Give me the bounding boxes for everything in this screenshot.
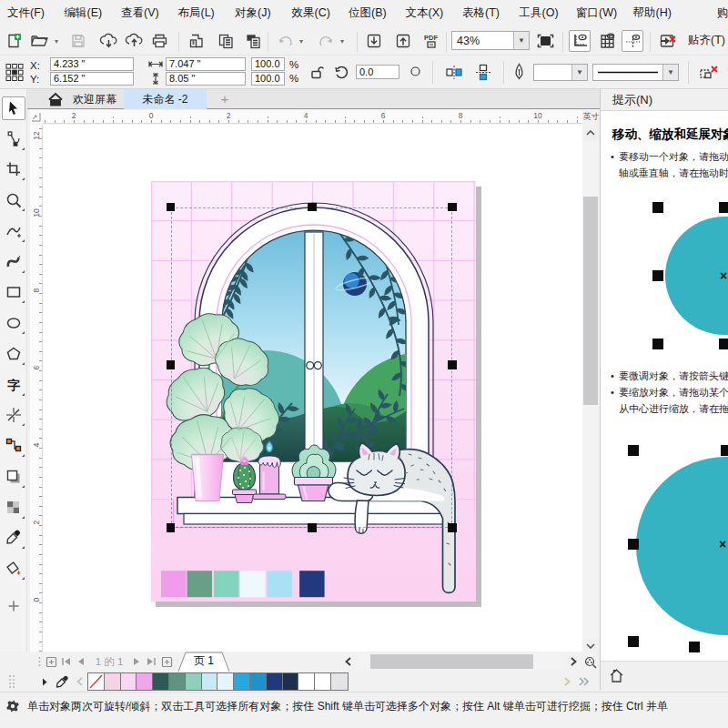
palette-color[interactable] — [298, 673, 315, 690]
dimension-tool[interactable] — [2, 403, 25, 427]
page-tab[interactable]: 页 1 — [178, 652, 229, 672]
outline-width-dropdown-icon[interactable]: ▼ — [571, 65, 587, 80]
document-palette-swatches[interactable] — [87, 672, 349, 691]
save-icon[interactable] — [69, 32, 87, 50]
zoom-dropdown-icon[interactable]: ▼ — [513, 32, 529, 49]
palette-no-color[interactable] — [88, 673, 105, 690]
home-outline-icon[interactable] — [608, 667, 624, 683]
new-document-tab-button[interactable]: + — [215, 89, 235, 109]
palette-color[interactable] — [105, 673, 121, 690]
interactive-fill-tool[interactable] — [2, 557, 25, 581]
menu-w[interactable]: 窗口(W) — [576, 0, 617, 25]
previous-page-icon[interactable] — [76, 656, 86, 667]
selection-handle[interactable] — [308, 203, 317, 212]
cut-icon[interactable] — [187, 32, 206, 50]
selection-handle[interactable] — [448, 203, 457, 212]
color-eyedropper-tool[interactable] — [2, 526, 25, 550]
freehand-tool[interactable] — [2, 219, 25, 243]
print-icon[interactable] — [150, 32, 169, 50]
horizontal-ruler[interactable]: 20246810 — [43, 110, 582, 124]
x-position-field[interactable]: 4.233 " — [50, 57, 134, 71]
menu-e[interactable]: 编辑(E) — [65, 0, 103, 25]
menu-l[interactable]: 布局(L) — [178, 0, 215, 25]
zoom-tool[interactable] — [2, 188, 25, 212]
drawing-canvas[interactable] — [43, 125, 582, 652]
open-icon[interactable] — [29, 32, 49, 50]
shape-tool[interactable] — [2, 127, 25, 151]
palette-color[interactable] — [202, 673, 218, 690]
width-field[interactable]: 7.047 " — [166, 57, 246, 71]
palette-color[interactable] — [234, 673, 250, 690]
palette-color[interactable] — [121, 673, 137, 690]
menu-store[interactable]: 购 — [717, 0, 728, 25]
first-page-icon[interactable] — [60, 656, 72, 667]
tab-untitled-2[interactable]: 未命名 -2 — [124, 89, 207, 109]
ellipse-tool[interactable] — [2, 311, 25, 335]
add-page-start-icon[interactable] — [45, 655, 57, 668]
add-page-end-icon[interactable] — [160, 655, 173, 668]
palette-eyedropper-icon[interactable] — [55, 674, 69, 689]
selection-handle[interactable] — [167, 523, 176, 532]
open-from-cloud-icon[interactable] — [98, 32, 119, 50]
line-style-combo[interactable]: ▼ — [592, 64, 679, 81]
menu-c[interactable]: 效果(C) — [292, 0, 330, 25]
connector-tool[interactable] — [2, 434, 25, 458]
open-dropdown-icon[interactable]: ▾ — [52, 36, 61, 46]
menu-b[interactable]: 位图(B) — [349, 0, 387, 25]
polygon-tool[interactable] — [2, 342, 25, 366]
artistic-media-tool[interactable] — [2, 250, 25, 274]
docker-title[interactable]: 提示(N) — [601, 89, 728, 111]
text-tool[interactable]: 字 — [2, 373, 25, 397]
scroll-up-icon[interactable] — [582, 125, 599, 141]
publish-pdf-icon[interactable]: PDF — [422, 32, 444, 50]
redo-dropdown-icon[interactable]: ▾ — [338, 36, 347, 46]
palette-color[interactable] — [267, 673, 283, 690]
page-scroll-right-icon[interactable] — [566, 654, 581, 669]
palette-color[interactable] — [250, 673, 267, 690]
menu-j[interactable]: 对象(J) — [235, 0, 271, 25]
selection-handle[interactable] — [448, 360, 457, 369]
palette-scroll-right-icon[interactable] — [562, 676, 571, 687]
transparency-tool[interactable] — [2, 496, 25, 520]
show-grid-icon[interactable] — [598, 32, 617, 50]
selection-handle[interactable] — [448, 523, 457, 532]
vertical-scrollbar[interactable] — [582, 125, 599, 654]
save-to-cloud-icon[interactable] — [124, 32, 145, 50]
palette-scroll-left-icon[interactable] — [75, 676, 84, 687]
palette-color[interactable] — [217, 673, 234, 690]
zoom-level-combo[interactable]: 43%▼ — [451, 31, 530, 50]
y-position-field[interactable]: 6.152 " — [50, 72, 134, 86]
palette-color[interactable] — [315, 673, 331, 690]
menu-t[interactable]: 表格(T) — [462, 0, 500, 25]
vertical-ruler[interactable]: 121086420 — [30, 125, 43, 652]
menu-v[interactable]: 查看(V) — [121, 0, 159, 25]
outline-width-combo[interactable]: ▼ — [533, 64, 588, 81]
snap-off-icon[interactable] — [658, 32, 678, 50]
palette-color[interactable] — [153, 673, 169, 690]
mirror-vertical-icon[interactable] — [474, 64, 492, 81]
settings-gear-icon[interactable] — [5, 698, 20, 713]
export-icon[interactable] — [394, 32, 412, 50]
add-tools[interactable] — [2, 594, 25, 618]
show-rulers-icon[interactable] — [569, 30, 591, 52]
vertical-scroll-thumb[interactable] — [583, 197, 598, 405]
ruler-origin[interactable] — [30, 110, 43, 124]
tab-welcome-screen[interactable]: 欢迎屏幕 — [66, 89, 124, 109]
document-navigator-icon[interactable] — [583, 655, 598, 669]
menu-h[interactable]: 帮助(H) — [633, 0, 672, 25]
undo-dropdown-icon[interactable]: ▾ — [297, 36, 306, 46]
line-style-dropdown-icon[interactable]: ▼ — [662, 65, 678, 80]
menu-f[interactable]: 文件(F) — [7, 0, 45, 25]
selection-handle[interactable] — [167, 360, 176, 369]
last-page-icon[interactable] — [146, 656, 157, 667]
crop-tool[interactable] — [2, 157, 25, 181]
home-icon[interactable] — [47, 92, 64, 106]
scale-width-field[interactable]: 100.0 — [251, 57, 285, 71]
full-screen-preview-icon[interactable] — [536, 33, 555, 49]
palette-color[interactable] — [283, 673, 299, 690]
rectangle-tool[interactable] — [2, 280, 25, 304]
new-document-icon[interactable] — [5, 32, 23, 50]
import-icon[interactable] — [365, 32, 383, 50]
mirror-horizontal-icon[interactable] — [445, 64, 463, 81]
drop-shadow-tool[interactable] — [2, 465, 25, 489]
